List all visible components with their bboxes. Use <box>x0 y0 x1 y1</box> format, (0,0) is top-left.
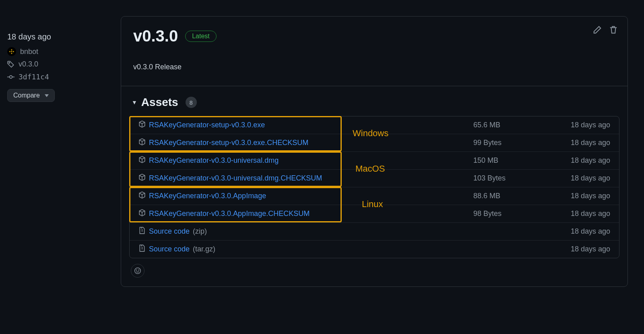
asset-filename: RSAKeyGenerator-v0.3.0.AppImage <box>149 192 266 200</box>
author-row[interactable]: bnbot <box>7 47 105 56</box>
main-panel: v0.3.0 Latest v0.3.0 Release ▼ Assets <box>113 0 644 287</box>
asset-link[interactable]: Source code (tar.gz) <box>138 245 473 254</box>
package-icon <box>138 191 146 201</box>
asset-date: 18 days ago <box>538 245 610 253</box>
release-description: v0.3.0 Release <box>133 63 615 71</box>
asset-filename: RSAKeyGenerator-v0.3.0-universal.dmg <box>149 156 279 165</box>
commit-icon <box>7 73 14 81</box>
commit-sha: 3df11c4 <box>19 73 49 81</box>
package-icon <box>138 138 146 147</box>
asset-size: 98 Bytes <box>473 210 538 218</box>
asset-link[interactable]: RSAKeyGenerator-v0.3.0.AppImage.CHECKSUM <box>138 209 473 218</box>
latest-badge: Latest <box>185 31 217 42</box>
asset-filename: RSAKeyGenerator-setup-v0.3.0.exe.CHECKSU… <box>149 139 308 147</box>
asset-date: 18 days ago <box>538 121 610 129</box>
asset-size: 65.6 MB <box>473 121 538 129</box>
tag-icon <box>7 61 14 68</box>
asset-date: 18 days ago <box>538 139 610 147</box>
file-zip-icon <box>138 245 146 254</box>
tag-name: v0.3.0 <box>19 60 38 68</box>
reaction-button[interactable] <box>131 264 144 278</box>
asset-row: Source code (zip)18 days ago <box>130 222 619 240</box>
asset-size: 99 Bytes <box>473 139 538 147</box>
asset-link[interactable]: RSAKeyGenerator-v0.3.0-universal.dmg.CHE… <box>138 174 473 183</box>
asset-filename: RSAKeyGenerator-setup-v0.3.0.exe <box>149 121 265 129</box>
package-icon <box>138 120 146 130</box>
assets-section: ▼ Assets 8 RSAKeyGenerator-setup-v0.3.0.… <box>121 86 627 286</box>
asset-date: 18 days ago <box>538 192 610 200</box>
asset-date: 18 days ago <box>538 156 610 165</box>
trash-icon[interactable] <box>609 25 618 36</box>
author-avatar-icon <box>7 47 16 56</box>
asset-extension: (tar.gz) <box>193 245 215 253</box>
svg-point-5 <box>136 270 137 270</box>
asset-row: RSAKeyGenerator-v0.3.0.AppImage88.6 MB18… <box>130 187 619 205</box>
release-title: v0.3.0 <box>133 27 178 45</box>
asset-link[interactable]: Source code (zip) <box>138 227 473 236</box>
asset-link[interactable]: RSAKeyGenerator-v0.3.0.AppImage <box>138 191 473 201</box>
asset-filename: Source code <box>149 227 190 236</box>
author-name: bnbot <box>20 48 38 56</box>
release-sidebar: 18 days ago bnbot v0.3.0 3df11c4 Compare <box>0 0 113 287</box>
svg-point-4 <box>135 268 141 274</box>
asset-row: Source code (tar.gz)18 days ago <box>130 240 619 258</box>
asset-date: 18 days ago <box>538 227 610 236</box>
asset-extension: (zip) <box>193 227 207 236</box>
file-zip-icon <box>138 227 146 236</box>
svg-point-1 <box>10 75 12 78</box>
asset-row: RSAKeyGenerator-setup-v0.3.0.exe65.6 MB1… <box>130 116 619 134</box>
release-time-ago: 18 days ago <box>7 32 105 41</box>
package-icon <box>138 174 146 183</box>
asset-filename: RSAKeyGenerator-v0.3.0-universal.dmg.CHE… <box>149 174 322 183</box>
asset-link[interactable]: RSAKeyGenerator-v0.3.0-universal.dmg <box>138 156 473 165</box>
asset-filename: Source code <box>149 245 190 253</box>
asset-row: RSAKeyGenerator-v0.3.0-universal.dmg150 … <box>130 151 619 169</box>
header-actions <box>593 25 618 36</box>
asset-size: 88.6 MB <box>473 192 538 200</box>
title-row: v0.3.0 Latest <box>133 27 615 45</box>
asset-date: 18 days ago <box>538 210 610 218</box>
assets-count-badge: 8 <box>186 97 197 108</box>
chevron-down-icon <box>45 92 49 99</box>
release-card: v0.3.0 Latest v0.3.0 Release ▼ Assets <box>121 16 628 287</box>
asset-size: 103 Bytes <box>473 174 538 183</box>
edit-icon[interactable] <box>593 25 602 36</box>
asset-link[interactable]: RSAKeyGenerator-setup-v0.3.0.exe.CHECKSU… <box>138 138 473 147</box>
compare-button[interactable]: Compare <box>7 89 55 102</box>
package-icon <box>138 156 146 165</box>
asset-size: 150 MB <box>473 156 538 165</box>
assets-header[interactable]: ▼ Assets 8 <box>129 93 619 116</box>
asset-date: 18 days ago <box>538 174 610 183</box>
asset-link[interactable]: RSAKeyGenerator-setup-v0.3.0.exe <box>138 120 473 130</box>
tag-row[interactable]: v0.3.0 <box>7 60 105 68</box>
page-root: 18 days ago bnbot v0.3.0 3df11c4 Compare <box>0 0 644 287</box>
release-header: v0.3.0 Latest v0.3.0 Release <box>121 17 627 86</box>
assets-table: RSAKeyGenerator-setup-v0.3.0.exe65.6 MB1… <box>129 116 619 258</box>
commit-row[interactable]: 3df11c4 <box>7 73 105 81</box>
svg-point-0 <box>9 62 10 63</box>
collapse-icon: ▼ <box>132 99 137 106</box>
asset-row: RSAKeyGenerator-v0.3.0.AppImage.CHECKSUM… <box>130 205 619 222</box>
compare-label: Compare <box>13 92 40 99</box>
asset-row: RSAKeyGenerator-v0.3.0-universal.dmg.CHE… <box>130 169 619 187</box>
asset-filename: RSAKeyGenerator-v0.3.0.AppImage.CHECKSUM <box>149 210 310 218</box>
assets-wrapper: RSAKeyGenerator-setup-v0.3.0.exe65.6 MB1… <box>129 116 619 258</box>
assets-title: Assets <box>141 96 178 109</box>
asset-row: RSAKeyGenerator-setup-v0.3.0.exe.CHECKSU… <box>130 134 619 151</box>
package-icon <box>138 209 146 218</box>
svg-point-6 <box>138 270 139 270</box>
